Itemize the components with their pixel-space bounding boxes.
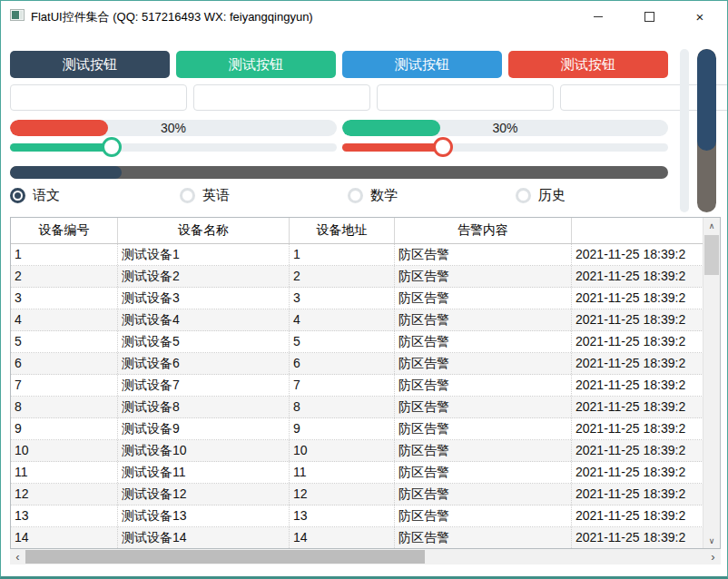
scroll-left-icon[interactable]: ‹ xyxy=(10,549,25,564)
header-device-name[interactable]: 设备名称 xyxy=(118,218,290,243)
progress-bar-green: 30% xyxy=(342,120,668,136)
slider-handle[interactable] xyxy=(433,137,453,157)
cell-device-address: 7 xyxy=(290,375,395,396)
slider-handle[interactable] xyxy=(102,137,122,157)
radio-item-yuwen[interactable]: 语文 xyxy=(10,187,60,204)
cell-device-address: 13 xyxy=(290,505,395,526)
device-alarm-table: 设备编号 设备名称 设备地址 告警内容 1 测试设备1 1 防区告警 2021-… xyxy=(10,217,721,549)
table-row[interactable]: 3 测试设备3 3 防区告警 2021-11-25 18:39:2 xyxy=(11,288,720,309)
cell-alarm-content: 防区告警 xyxy=(395,462,572,483)
table-row[interactable]: 1 测试设备1 1 防区告警 2021-11-25 18:39:2 xyxy=(11,244,720,266)
table-body: 1 测试设备1 1 防区告警 2021-11-25 18:39:2 2 测试设备… xyxy=(11,244,720,549)
header-alarm-content[interactable]: 告警内容 xyxy=(395,218,572,243)
cell-alarm-time: 2021-11-25 18:39:2 xyxy=(572,484,720,505)
table-row[interactable]: 14 测试设备14 14 防区告警 2021-11-25 18:39:2 xyxy=(11,527,720,549)
radio-label: 历史 xyxy=(538,187,566,204)
maximize-button[interactable] xyxy=(624,1,674,32)
table-row[interactable]: 13 测试设备13 13 防区告警 2021-11-25 18:39:2 xyxy=(11,505,720,527)
slider-fill xyxy=(10,143,112,152)
header-device-id[interactable]: 设备编号 xyxy=(11,218,118,243)
title-bar: FlatUI控件集合 (QQ: 517216493 WX: feiyangqin… xyxy=(1,1,727,32)
table-row[interactable]: 11 测试设备11 11 防区告警 2021-11-25 18:39:2 xyxy=(11,462,720,484)
cell-device-name: 测试设备13 xyxy=(118,505,290,526)
radio-icon xyxy=(516,188,531,203)
cell-device-id: 9 xyxy=(11,418,118,439)
table-row[interactable]: 4 测试设备4 4 防区告警 2021-11-25 18:39:2 xyxy=(11,309,720,331)
text-input-3[interactable] xyxy=(377,84,554,111)
cell-device-id: 8 xyxy=(11,397,118,417)
progress-value: 30% xyxy=(10,120,337,136)
cell-device-address: 12 xyxy=(290,484,395,505)
test-button-red[interactable]: 测试按钮 xyxy=(508,51,668,78)
cell-alarm-time: 2021-11-25 18:39:2 xyxy=(572,397,720,417)
cell-alarm-time: 2021-11-25 18:39:2 xyxy=(572,527,720,548)
table-row[interactable]: 10 测试设备10 10 防区告警 2021-11-25 18:39:2 xyxy=(11,440,720,462)
cell-alarm-time: 2021-11-25 18:39:2 xyxy=(572,462,720,483)
table-row[interactable]: 6 测试设备6 6 防区告警 2021-11-25 18:39:2 xyxy=(11,353,720,375)
cell-alarm-time: 2021-11-25 18:39:2 xyxy=(572,266,720,287)
cell-device-address: 9 xyxy=(290,418,395,439)
cell-alarm-content: 防区告警 xyxy=(395,397,572,417)
table-row[interactable]: 5 测试设备5 5 防区告警 2021-11-25 18:39:2 xyxy=(11,331,720,353)
radio-item-lishi[interactable]: 历史 xyxy=(516,187,566,204)
test-button-navy[interactable]: 测试按钮 xyxy=(10,51,170,78)
cell-alarm-content: 防区告警 xyxy=(395,484,572,505)
vertical-slider-track[interactable] xyxy=(680,49,689,212)
vertical-scrollbar-thumb[interactable] xyxy=(697,49,716,151)
cell-alarm-time: 2021-11-25 18:39:2 xyxy=(572,331,720,352)
cell-alarm-content: 防区告警 xyxy=(395,309,572,330)
text-input-1[interactable] xyxy=(10,84,187,111)
cell-device-id: 1 xyxy=(11,244,118,265)
table-vertical-scrollbar[interactable]: ∧ ∨ xyxy=(703,218,720,548)
radio-item-shuxue[interactable]: 数学 xyxy=(348,187,398,204)
table-hscroll-thumb[interactable] xyxy=(25,550,425,564)
cell-device-address: 1 xyxy=(290,244,395,265)
app-window: FlatUI控件集合 (QQ: 517216493 WX: feiyangqin… xyxy=(0,0,728,579)
horizontal-scrollbar-thumb[interactable] xyxy=(10,166,122,179)
radio-icon xyxy=(180,188,195,203)
cell-alarm-time: 2021-11-25 18:39:2 xyxy=(572,375,720,396)
cell-device-address: 2 xyxy=(290,266,395,287)
cell-device-name: 测试设备8 xyxy=(118,397,290,417)
cell-device-name: 测试设备4 xyxy=(118,309,290,330)
slider-red[interactable] xyxy=(342,137,668,157)
radio-item-yingyu[interactable]: 英语 xyxy=(180,187,230,204)
scroll-down-icon[interactable]: ∨ xyxy=(703,533,720,548)
minimize-button[interactable] xyxy=(573,1,624,32)
table-row[interactable]: 9 测试设备9 9 防区告警 2021-11-25 18:39:2 xyxy=(11,418,720,440)
radio-icon xyxy=(348,188,363,203)
radio-label: 英语 xyxy=(202,187,230,204)
maximize-icon xyxy=(644,12,654,22)
cell-device-name: 测试设备14 xyxy=(118,527,290,548)
table-horizontal-scrollbar[interactable]: ‹ › xyxy=(10,549,721,564)
header-alarm-time[interactable] xyxy=(572,218,720,243)
cell-device-name: 测试设备11 xyxy=(118,462,290,483)
cell-device-name: 测试设备7 xyxy=(118,375,290,396)
table-row[interactable]: 12 测试设备12 12 防区告警 2021-11-25 18:39:2 xyxy=(11,484,720,505)
scroll-up-icon[interactable]: ∧ xyxy=(703,218,720,233)
table-row[interactable]: 8 测试设备8 8 防区告警 2021-11-25 18:39:2 xyxy=(11,397,720,418)
cell-device-address: 6 xyxy=(290,353,395,374)
cell-device-id: 5 xyxy=(11,331,118,352)
test-button-green[interactable]: 测试按钮 xyxy=(176,51,336,78)
table-row[interactable]: 2 测试设备2 2 防区告警 2021-11-25 18:39:2 xyxy=(11,266,720,288)
input-row xyxy=(10,84,668,111)
slider-green[interactable] xyxy=(10,137,337,157)
cell-device-id: 4 xyxy=(11,309,118,330)
header-device-address[interactable]: 设备地址 xyxy=(290,218,395,243)
text-input-2[interactable] xyxy=(193,84,370,111)
test-button-blue[interactable]: 测试按钮 xyxy=(342,51,502,78)
cell-device-name: 测试设备10 xyxy=(118,440,290,461)
cell-alarm-content: 防区告警 xyxy=(395,505,572,526)
cell-alarm-time: 2021-11-25 18:39:2 xyxy=(572,288,720,309)
close-button[interactable]: × xyxy=(674,1,725,32)
cell-alarm-content: 防区告警 xyxy=(395,266,572,287)
horizontal-scrollbar-widget[interactable] xyxy=(10,166,668,179)
progress-value: 30% xyxy=(342,120,668,136)
vertical-scrollbar-widget[interactable] xyxy=(697,49,716,212)
cell-alarm-content: 防区告警 xyxy=(395,527,572,548)
scroll-right-icon[interactable]: › xyxy=(705,549,721,564)
table-row[interactable]: 7 测试设备7 7 防区告警 2021-11-25 18:39:2 xyxy=(11,375,720,397)
table-vscroll-thumb[interactable] xyxy=(704,235,719,275)
radio-label: 数学 xyxy=(370,187,398,204)
